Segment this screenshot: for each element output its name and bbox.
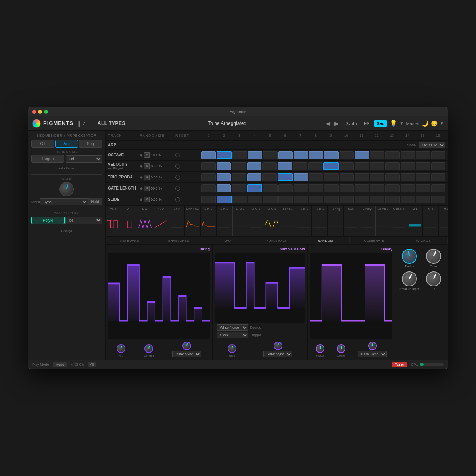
- step[interactable]: [309, 151, 324, 159]
- step[interactable]: [340, 162, 354, 170]
- turing-rate-knob[interactable]: [182, 342, 191, 350]
- step[interactable]: [431, 151, 446, 159]
- panic-button[interactable]: Panic: [392, 362, 407, 367]
- step[interactable]: [232, 162, 246, 170]
- mod-source-exp[interactable]: EXP: [169, 206, 185, 236]
- step[interactable]: [294, 196, 308, 203]
- step[interactable]: [385, 151, 400, 159]
- step[interactable]: [217, 196, 232, 203]
- seq-mode-button[interactable]: Seq: [79, 140, 102, 148]
- step[interactable]: [247, 173, 262, 181]
- step[interactable]: [263, 184, 278, 192]
- fall-knob[interactable]: [274, 342, 282, 350]
- fx-button[interactable]: FX: [361, 120, 372, 127]
- step[interactable]: [401, 184, 415, 192]
- sync-dropdown[interactable]: Sync: [40, 198, 88, 205]
- seq-button[interactable]: Seq: [374, 120, 387, 127]
- mod-source-m2[interactable]: M 2: [423, 206, 439, 236]
- sh-rate-dropdown[interactable]: Rate: Sync: [263, 351, 292, 357]
- step[interactable]: [323, 162, 339, 170]
- mod-source-comb1[interactable]: Comb 1: [375, 206, 391, 236]
- time-knob[interactable]: [426, 249, 441, 264]
- mod-source-kbd[interactable]: KBD: [153, 206, 169, 236]
- correl-knob[interactable]: [337, 344, 345, 353]
- realign-label[interactable]: Realign: [61, 229, 72, 233]
- octave-down[interactable]: ◆: [140, 153, 143, 157]
- step[interactable]: [217, 162, 231, 170]
- step[interactable]: [324, 184, 339, 192]
- mod-source-m1[interactable]: M 1: [407, 206, 423, 236]
- fx-knob[interactable]: [426, 271, 441, 286]
- step[interactable]: [201, 173, 216, 181]
- step[interactable]: [401, 151, 415, 159]
- dropdown-arrow[interactable]: ▼: [400, 121, 404, 125]
- length-knob[interactable]: [144, 344, 153, 353]
- mod-source-sh[interactable]: S&H: [344, 206, 359, 236]
- step[interactable]: [232, 173, 246, 181]
- step[interactable]: [370, 173, 385, 181]
- mode-dropdown[interactable]: U&D Exc: [419, 142, 445, 148]
- trig-reset-circle[interactable]: [175, 175, 180, 180]
- step[interactable]: [385, 162, 400, 170]
- mod-source-velo[interactable]: Velo: [106, 206, 121, 236]
- play-mode-value[interactable]: Mono: [53, 362, 67, 367]
- step[interactable]: [232, 184, 246, 192]
- octave-checkbox[interactable]: ✕: [144, 152, 150, 158]
- step[interactable]: [232, 196, 247, 203]
- step[interactable]: [247, 184, 263, 192]
- step[interactable]: [416, 196, 430, 203]
- trig-down[interactable]: ◆: [140, 175, 143, 179]
- mod-source-func2[interactable]: Func 2: [296, 206, 312, 236]
- step[interactable]: [201, 184, 216, 192]
- close-button[interactable]: [32, 110, 36, 114]
- step[interactable]: [340, 151, 354, 159]
- step[interactable]: [263, 196, 278, 203]
- regen-dropdown[interactable]: Off: [66, 155, 102, 163]
- step[interactable]: [309, 173, 324, 181]
- gate-checkbox[interactable]: ✕: [144, 186, 150, 191]
- step[interactable]: [401, 162, 415, 170]
- step[interactable]: [263, 151, 278, 159]
- step[interactable]: [370, 196, 385, 203]
- step[interactable]: [201, 162, 216, 170]
- step[interactable]: [248, 196, 263, 203]
- step[interactable]: [355, 173, 369, 181]
- step[interactable]: [201, 196, 216, 203]
- step[interactable]: [416, 184, 430, 192]
- step[interactable]: [416, 151, 430, 159]
- mod-source-at[interactable]: AT: [121, 206, 137, 236]
- step[interactable]: [416, 173, 430, 181]
- step[interactable]: [309, 196, 324, 203]
- step[interactable]: [324, 196, 339, 203]
- step[interactable]: [401, 173, 415, 181]
- step[interactable]: [294, 151, 308, 159]
- step[interactable]: [385, 173, 400, 181]
- midi-ch-value[interactable]: All: [88, 362, 96, 367]
- preset-name[interactable]: To be Arpeggiated: [132, 121, 322, 126]
- cat-macros[interactable]: MACROS: [399, 237, 448, 244]
- mod-source-turing[interactable]: Turing: [328, 206, 344, 236]
- step[interactable]: [355, 151, 369, 159]
- slide-checkbox[interactable]: ✕: [144, 197, 150, 202]
- step[interactable]: [340, 173, 354, 181]
- step[interactable]: [278, 173, 293, 181]
- step[interactable]: [201, 151, 216, 159]
- step[interactable]: [247, 162, 262, 170]
- step[interactable]: [248, 151, 263, 159]
- step[interactable]: [278, 151, 293, 159]
- bulb-icon[interactable]: 💡: [390, 119, 397, 127]
- mod-source-env3[interactable]: Env 3: [217, 206, 232, 236]
- master-dropdown[interactable]: ▼: [440, 121, 444, 125]
- step[interactable]: [293, 162, 307, 170]
- bars-icon[interactable]: |||✓: [77, 120, 86, 127]
- minimize-button[interactable]: [38, 110, 42, 114]
- step[interactable]: [370, 184, 385, 192]
- slide-down[interactable]: ◆: [140, 197, 143, 202]
- cat-random[interactable]: RANDOM: [301, 237, 350, 244]
- mod-source-func3[interactable]: Func 3: [312, 206, 328, 236]
- mod-source-lfo2[interactable]: LFO 2: [248, 206, 264, 236]
- hold-button[interactable]: Hold: [88, 198, 102, 205]
- step[interactable]: [385, 196, 400, 203]
- synth-button[interactable]: Synth: [343, 120, 359, 127]
- step[interactable]: [431, 196, 446, 203]
